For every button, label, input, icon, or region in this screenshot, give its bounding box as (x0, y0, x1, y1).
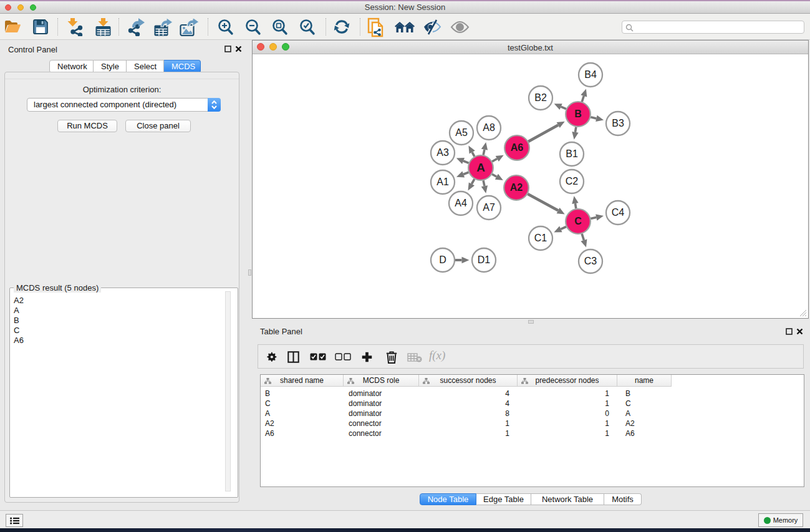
svg-text:C4: C4 (612, 207, 625, 218)
svg-text:C2: C2 (566, 176, 579, 186)
svg-text:B4: B4 (584, 69, 597, 80)
svg-text:B: B (574, 109, 582, 119)
svg-text:A7: A7 (483, 202, 495, 213)
svg-text:A1: A1 (436, 177, 449, 187)
svg-text:A4: A4 (455, 198, 467, 208)
svg-text:B1: B1 (566, 148, 578, 159)
svg-text:B3: B3 (612, 118, 624, 128)
svg-text:A: A (476, 161, 485, 174)
svg-text:C: C (574, 216, 582, 226)
svg-text:A8: A8 (483, 122, 495, 133)
svg-text:A3: A3 (436, 147, 449, 158)
svg-text:A6: A6 (511, 142, 524, 153)
svg-text:A5: A5 (455, 127, 468, 138)
svg-text:B2: B2 (534, 92, 547, 103)
svg-text:A2: A2 (510, 182, 523, 193)
svg-text:C3: C3 (584, 256, 597, 266)
svg-text:C1: C1 (534, 233, 547, 243)
svg-text:D: D (439, 254, 446, 265)
svg-text:D1: D1 (478, 254, 491, 265)
